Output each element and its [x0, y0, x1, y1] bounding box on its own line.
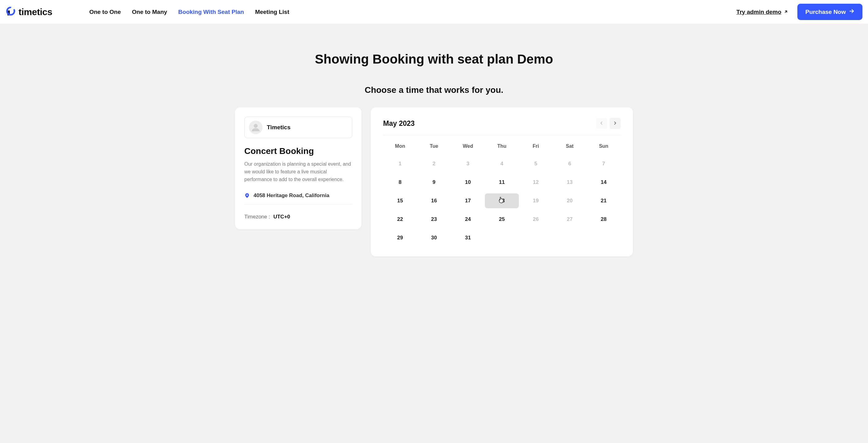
calendar-dow: Mon — [383, 141, 417, 153]
calendar-prev-button[interactable] — [596, 118, 607, 129]
calendar-dow: Sun — [587, 141, 621, 153]
host-name: Timetics — [267, 124, 290, 131]
event-description: Our organization is planning a special e… — [244, 160, 352, 183]
timezone-label: Timezone : — [244, 214, 270, 220]
logo-text: timetics — [19, 7, 52, 17]
calendar-day[interactable]: 31 — [451, 230, 485, 245]
calendar-day: 13 — [553, 175, 587, 190]
purchase-label: Purchase Now — [805, 9, 846, 15]
calendar-day: 1 — [383, 156, 417, 171]
calendar-day: 7 — [587, 156, 621, 171]
calendar-day[interactable]: 21 — [587, 193, 621, 208]
calendar-header: May 2023 — [383, 118, 621, 135]
calendar-day[interactable]: 25 — [485, 212, 519, 227]
logo[interactable]: timetics — [5, 7, 52, 17]
calendar-day[interactable]: 22 — [383, 212, 417, 227]
location-pin-icon — [244, 193, 250, 198]
nav-booking-seat-plan[interactable]: Booking With Seat Plan — [178, 9, 244, 15]
calendar-day: 27 — [553, 212, 587, 227]
calendar-day[interactable]: 11 — [485, 175, 519, 190]
calendar-day: 20 — [553, 193, 587, 208]
calendar-day: 6 — [553, 156, 587, 171]
calendar-day[interactable]: 10 — [451, 175, 485, 190]
calendar-dow: Thu — [485, 141, 519, 153]
pointer-cursor-icon — [498, 196, 504, 205]
main-nav: One to One One to Many Booking With Seat… — [89, 9, 289, 15]
calendar-dow: Wed — [451, 141, 485, 153]
event-card: Timetics Concert Booking Our organizatio… — [235, 107, 362, 229]
calendar-day: 26 — [519, 212, 553, 227]
calendar-dow: Fri — [519, 141, 553, 153]
calendar-month-label: May 2023 — [383, 119, 414, 128]
calendar-day[interactable]: 29 — [383, 230, 417, 245]
nav-one-to-many[interactable]: One to Many — [132, 9, 167, 15]
calendar-day[interactable]: 17 — [451, 193, 485, 208]
calendar-day: 4 — [485, 156, 519, 171]
external-link-icon — [783, 9, 788, 15]
try-admin-demo-link[interactable]: Try admin demo — [736, 9, 788, 15]
calendar-dow: Sat — [553, 141, 587, 153]
main: Showing Booking with seat plan Demo Choo… — [0, 24, 868, 269]
calendar-day[interactable]: 16 — [417, 193, 451, 208]
purchase-button[interactable]: Purchase Now — [797, 4, 863, 20]
calendar-day[interactable]: 14 — [587, 175, 621, 190]
svg-point-1 — [246, 195, 248, 196]
timezone-value: UTC+0 — [273, 214, 290, 220]
page-subtitle: Choose a time that works for you. — [0, 85, 868, 95]
calendar-day[interactable]: 30 — [417, 230, 451, 245]
calendar-day[interactable]: 15 — [383, 193, 417, 208]
svg-point-0 — [254, 124, 258, 128]
calendar-next-button[interactable] — [610, 118, 621, 129]
calendar-nav — [596, 118, 621, 129]
avatar — [249, 121, 262, 134]
calendar-day: 12 — [519, 175, 553, 190]
calendar-day[interactable]: 18 — [485, 193, 519, 208]
chevron-right-icon — [613, 121, 617, 126]
try-demo-label: Try admin demo — [736, 9, 781, 15]
calendar-day: 3 — [451, 156, 485, 171]
nav-one-to-one[interactable]: One to One — [89, 9, 121, 15]
calendar-day: 5 — [519, 156, 553, 171]
page-title: Showing Booking with seat plan Demo — [0, 24, 868, 85]
chevron-left-icon — [599, 121, 603, 126]
logo-icon — [5, 7, 16, 17]
calendar-day[interactable]: 23 — [417, 212, 451, 227]
header: timetics One to One One to Many Booking … — [0, 0, 868, 24]
location-text: 4058 Heritage Road, California — [253, 192, 330, 199]
content-row: Timetics Concert Booking Our organizatio… — [0, 107, 868, 256]
calendar-grid: MonTueWedThuFriSatSun1234567891011121314… — [383, 141, 621, 245]
header-right: Try admin demo Purchase Now — [736, 4, 863, 20]
nav-meeting-list[interactable]: Meeting List — [255, 9, 289, 15]
calendar-day[interactable]: 9 — [417, 175, 451, 190]
event-title: Concert Booking — [244, 146, 352, 156]
host-box: Timetics — [244, 117, 352, 138]
calendar-day[interactable]: 24 — [451, 212, 485, 227]
arrow-right-icon — [849, 8, 855, 15]
calendar-day: 19 — [519, 193, 553, 208]
calendar-dow: Tue — [417, 141, 451, 153]
timezone-row: Timezone : UTC+0 — [244, 214, 352, 220]
location-row: 4058 Heritage Road, California — [244, 192, 352, 204]
calendar-day[interactable]: 28 — [587, 212, 621, 227]
calendar-day[interactable]: 8 — [383, 175, 417, 190]
calendar-day: 2 — [417, 156, 451, 171]
calendar-card: May 2023 MonTueWedThuFriSat — [371, 107, 633, 256]
